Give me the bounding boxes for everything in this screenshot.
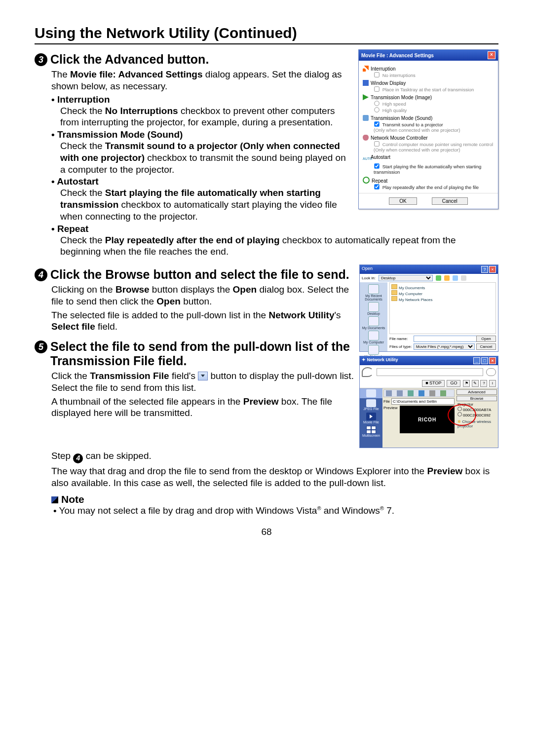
no-interruptions-checkbox[interactable] bbox=[374, 72, 379, 77]
file-label: File bbox=[383, 399, 390, 404]
bullet-interruption-body: Check the No Interruptions checkbox to p… bbox=[60, 105, 353, 129]
tb-ico-4[interactable] bbox=[419, 390, 424, 396]
places-recent[interactable]: My Recent Documents bbox=[360, 284, 387, 301]
filename-label: File name: bbox=[389, 337, 412, 341]
inline-step-4-icon: 4 bbox=[73, 454, 83, 463]
send-icon[interactable] bbox=[486, 368, 496, 376]
cancel-button[interactable]: Cancel bbox=[432, 197, 468, 205]
advanced-button[interactable]: Advanced bbox=[457, 389, 497, 395]
tb-ico-3[interactable] bbox=[408, 390, 414, 396]
step-4-title: Click the Browse button and select the f… bbox=[50, 267, 349, 282]
bullet-sound-body: Check the Transmit sound to a projector … bbox=[60, 140, 353, 175]
transmission-image-icon bbox=[363, 94, 369, 100]
help-icon[interactable]: ? bbox=[480, 380, 487, 387]
step-4-p1: Clicking on the Browse button displays t… bbox=[51, 284, 354, 307]
mouse-controller-icon bbox=[363, 135, 369, 141]
filetype-label: Files of type: bbox=[389, 344, 412, 349]
browse-button[interactable]: Browse bbox=[457, 396, 497, 401]
step-3-intro: The Movie file: Advanced Settings dialog… bbox=[51, 69, 353, 92]
step-5-p1: Click the Transmission File field's butt… bbox=[51, 370, 354, 394]
note-heading: Note bbox=[51, 493, 498, 505]
tb-ico-2[interactable] bbox=[397, 390, 403, 396]
step-3-title: Click the Advanced button. bbox=[50, 52, 209, 67]
autostart-icon: AUTO bbox=[363, 157, 369, 163]
bullet-repeat-head: Repeat bbox=[51, 224, 498, 234]
side-jpeg[interactable]: JPEG File bbox=[360, 398, 382, 412]
file-path-input[interactable] bbox=[391, 398, 455, 405]
places-mycomputer[interactable]: My Computer bbox=[363, 331, 384, 344]
go-button[interactable]: GO bbox=[447, 380, 460, 387]
dialog-title: Movie File : Advanced Settings bbox=[361, 53, 434, 58]
maximize-icon[interactable]: □ bbox=[481, 357, 488, 364]
transmission-sound-icon bbox=[363, 115, 369, 121]
close-icon[interactable]: × bbox=[489, 266, 496, 273]
filetype-select[interactable]: Movie Files (*.mpg;*.mpeg) bbox=[414, 343, 475, 350]
tasktray-checkbox[interactable] bbox=[374, 86, 379, 91]
interruption-icon bbox=[363, 66, 369, 72]
look-in-select[interactable]: Desktop bbox=[379, 275, 433, 281]
nu-title: Network Utility bbox=[367, 357, 398, 362]
network-utility-window: ✦ Network Utility _□× ■ STOP GO ⚑ ✎ ? i bbox=[359, 356, 498, 448]
advanced-settings-dialog: Movie File : Advanced Settings × Interru… bbox=[358, 49, 498, 209]
step-4-number: 4 bbox=[35, 268, 47, 281]
high-speed-radio[interactable] bbox=[374, 101, 379, 106]
side-multiscreen[interactable]: Multiscreen bbox=[360, 425, 382, 438]
bullet-repeat-body: Check the Play repeatedly after the end … bbox=[60, 234, 498, 258]
refresh-icon[interactable] bbox=[362, 367, 374, 377]
step-4-p2: The selected file is added to the pull-d… bbox=[51, 309, 354, 333]
views-icon[interactable] bbox=[461, 275, 466, 281]
repeat-icon bbox=[363, 177, 370, 184]
open-button[interactable]: Open bbox=[476, 336, 496, 342]
places-desktop[interactable]: Desktop bbox=[367, 302, 380, 315]
bullet-autostart-body: Check the Start playing the file automat… bbox=[60, 187, 353, 222]
side-screen[interactable] bbox=[360, 388, 382, 398]
preview-label: Preview bbox=[383, 406, 398, 447]
mouse-control-checkbox[interactable] bbox=[374, 141, 379, 146]
side-movie[interactable]: Movie File bbox=[360, 412, 382, 425]
dropdown-icon bbox=[198, 372, 208, 380]
help-icon[interactable]: ? bbox=[481, 266, 488, 273]
ok-button[interactable]: OK bbox=[389, 197, 417, 205]
step-5-number: 5 bbox=[35, 340, 47, 353]
page-number: 68 bbox=[35, 527, 498, 537]
open-file-list[interactable]: My Documents My Computer My Network Plac… bbox=[389, 282, 496, 334]
open-dialog-title: Open bbox=[362, 266, 373, 273]
repeat-checkbox[interactable] bbox=[374, 184, 379, 189]
page-title: Using the Network Utility (Continued) bbox=[35, 25, 498, 44]
open-cancel-button[interactable]: Cancel bbox=[476, 343, 496, 350]
tool-icon-1[interactable]: ⚑ bbox=[463, 380, 470, 387]
back-icon[interactable] bbox=[436, 275, 441, 281]
info-icon[interactable]: i bbox=[489, 380, 496, 387]
up-icon[interactable] bbox=[444, 275, 450, 281]
step-5-title: Select the file to send from the pull-do… bbox=[50, 340, 354, 368]
nu-toolbar-icons bbox=[383, 389, 455, 397]
tb-ico-5[interactable] bbox=[429, 390, 435, 396]
newfolder-icon[interactable] bbox=[453, 275, 458, 281]
step-skip: Step 4 can be skipped. bbox=[51, 450, 498, 463]
tb-ico-1[interactable] bbox=[386, 390, 392, 396]
tool-icon-2[interactable]: ✎ bbox=[472, 380, 479, 387]
step-5-p2: A thumbnail of the selected file appears… bbox=[51, 396, 354, 419]
highlight-circle bbox=[448, 404, 476, 426]
places-mydocs[interactable]: My Documents bbox=[362, 316, 385, 330]
close-icon[interactable]: × bbox=[488, 51, 495, 59]
step-drag: The way that drag and drop the file to s… bbox=[51, 465, 498, 489]
minimize-icon[interactable]: _ bbox=[473, 357, 480, 364]
transmit-sound-checkbox[interactable] bbox=[374, 121, 379, 126]
bullet-interruption-head: Interruption bbox=[51, 94, 353, 105]
open-dialog: Open ?× Look in: Desktop My Recent D bbox=[359, 265, 498, 352]
stop-button[interactable]: ■ STOP bbox=[422, 380, 445, 387]
high-quality-radio[interactable] bbox=[374, 107, 379, 112]
filename-input[interactable] bbox=[414, 336, 478, 342]
autostart-checkbox[interactable] bbox=[374, 163, 379, 168]
bullet-sound-head: Transmission Mode (Sound) bbox=[51, 129, 353, 140]
bullet-autostart-head: Autostart bbox=[51, 176, 353, 187]
projector-display-field bbox=[377, 368, 483, 376]
close-icon[interactable]: × bbox=[489, 357, 496, 364]
look-in-label: Look in: bbox=[362, 276, 376, 280]
tb-ico-6[interactable] bbox=[440, 390, 446, 396]
window-display-icon bbox=[363, 80, 369, 86]
preview-box: RICOH bbox=[400, 406, 455, 433]
note-body: You may not select a file by drag and dr… bbox=[61, 505, 498, 516]
step-3-number: 3 bbox=[35, 53, 47, 66]
